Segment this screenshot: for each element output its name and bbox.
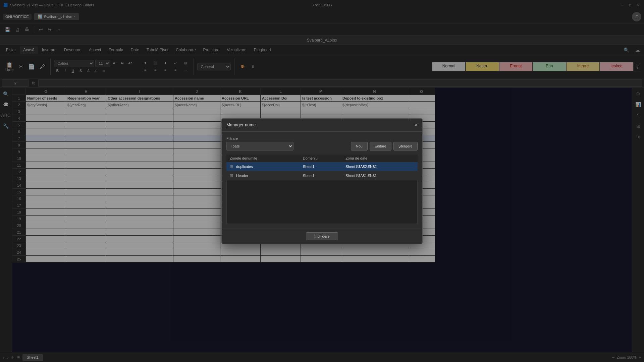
range-icon: ⊞ xyxy=(230,173,233,178)
new-button[interactable]: Nou xyxy=(351,142,368,150)
domain-cell-duplicates: Sheet1 xyxy=(300,162,342,171)
filter-section: Filtrare Toate Fișa de lucru Registru de… xyxy=(226,136,418,150)
name-cell-header: ⊞ Header xyxy=(226,171,300,180)
col-header-domain: Domeniu xyxy=(300,155,342,162)
names-list-empty-area xyxy=(226,180,418,224)
name-cell-duplicates: ⊞ duplicates xyxy=(226,162,300,171)
close-dialog-button[interactable]: Închidere xyxy=(306,232,338,240)
datazone-cell-duplicates: Sheet1!$A$2:$N$2 xyxy=(342,162,418,171)
dialog-action-buttons: Nou Editare Ștergere xyxy=(351,142,418,150)
delete-button[interactable]: Ștergere xyxy=(393,142,418,150)
table-row[interactable]: ⊞ duplicates Sheet1 Sheet1!$A$2:$N$2 xyxy=(226,162,418,171)
col-header-named-zones: Zonele denumite ↓ xyxy=(226,155,300,162)
names-list-container: Zonele denumite ↓ Domeniu Zonă de date ⊞… xyxy=(226,155,418,224)
dialog-titlebar: Manager nume × xyxy=(222,119,422,132)
dialog-body: Filtrare Toate Fișa de lucru Registru de… xyxy=(222,132,422,229)
dialog-footer: Închidere xyxy=(222,229,422,244)
domain-cell-header: Sheet1 xyxy=(300,171,342,180)
modal-overlay[interactable]: Manager nume × Filtrare Toate Fișa de lu… xyxy=(0,0,644,362)
filter-select[interactable]: Toate Fișa de lucru Registru de lucru xyxy=(226,142,293,150)
datazone-cell-header: Sheet1!$A$1:$N$1 xyxy=(342,171,418,180)
names-table-body: ⊞ duplicates Sheet1 Sheet1!$A$2:$N$2 ⊞ H… xyxy=(226,162,418,180)
col-header-datazone: Zonă de date xyxy=(342,155,418,162)
filter-label: Filtrare xyxy=(226,136,418,140)
edit-button[interactable]: Editare xyxy=(370,142,391,150)
sort-arrow-icon: ↓ xyxy=(258,157,260,160)
names-table: Zonele denumite ↓ Domeniu Zonă de date ⊞… xyxy=(226,155,418,180)
dialog-title: Manager nume xyxy=(226,122,256,127)
range-icon: ⊞ xyxy=(230,164,233,169)
dialog-close-button[interactable]: × xyxy=(415,122,418,128)
filter-row: Toate Fișa de lucru Registru de lucru No… xyxy=(226,142,418,150)
name-manager-dialog: Manager nume × Filtrare Toate Fișa de lu… xyxy=(221,118,423,244)
table-row[interactable]: ⊞ Header Sheet1 Sheet1!$A$1:$N$1 xyxy=(226,171,418,180)
